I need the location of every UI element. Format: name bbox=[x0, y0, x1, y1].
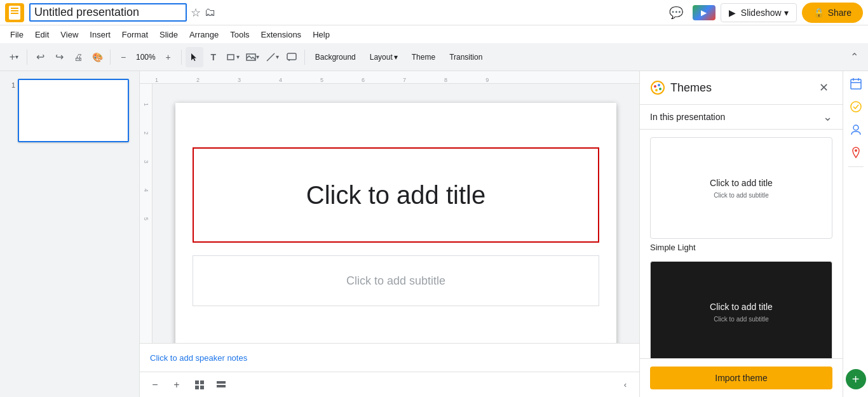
view-list-button[interactable] bbox=[211, 376, 231, 394]
menu-help[interactable]: Help bbox=[308, 29, 335, 41]
title-placeholder-text: Click to add title bbox=[306, 181, 485, 210]
themes-filter[interactable]: In this presentation ⌄ bbox=[640, 105, 843, 130]
sidebar-contacts-button[interactable] bbox=[846, 119, 866, 140]
layout-label: Layout bbox=[370, 53, 393, 62]
themes-filter-text: In this presentation bbox=[650, 112, 725, 122]
cursor-icon bbox=[189, 52, 200, 62]
meet-button[interactable]: ▶ bbox=[693, 5, 715, 20]
calendar-icon bbox=[850, 77, 862, 90]
view-grid-button[interactable] bbox=[189, 376, 210, 394]
redo-button[interactable]: ↪ bbox=[50, 47, 68, 67]
svg-rect-8 bbox=[217, 381, 226, 384]
image-icon bbox=[246, 52, 256, 62]
slide-canvas[interactable]: Click to add title Click to add subtitle bbox=[175, 103, 616, 343]
right-sidebar: + bbox=[843, 71, 868, 397]
comment-button[interactable]: 💬 bbox=[665, 1, 688, 24]
sidebar-tasks-button[interactable] bbox=[846, 97, 866, 117]
slide-number: 1 bbox=[5, 81, 15, 89]
notes-placeholder[interactable]: Click to add speaker notes bbox=[150, 353, 247, 363]
add-button[interactable]: + ▾ bbox=[5, 47, 23, 67]
menu-edit[interactable]: Edit bbox=[30, 29, 54, 41]
zoom-control: − + bbox=[145, 376, 187, 394]
sidebar-add-button[interactable]: + bbox=[846, 369, 866, 389]
svg-point-12 bbox=[658, 84, 660, 86]
layout-button[interactable]: Layout ▾ bbox=[363, 50, 404, 64]
title-area: ☆ 🗂 bbox=[29, 3, 342, 22]
menu-view[interactable]: View bbox=[55, 29, 83, 41]
shape-icon bbox=[226, 52, 236, 62]
svg-point-14 bbox=[655, 89, 658, 91]
zoom-plus-btn[interactable]: + bbox=[166, 376, 187, 394]
sidebar-calendar-button[interactable] bbox=[846, 74, 866, 94]
contacts-icon bbox=[850, 123, 862, 136]
comment-tool[interactable] bbox=[283, 47, 301, 67]
svg-rect-6 bbox=[195, 386, 199, 389]
themes-title-text: Themes bbox=[670, 81, 712, 95]
themes-header: Themes ✕ bbox=[640, 71, 843, 105]
slide-thumbnail[interactable] bbox=[18, 79, 129, 142]
top-bar: ☆ 🗂 💬 ▶ ▶ Slideshow ▾ 🔒 Share bbox=[0, 0, 868, 25]
themes-close-button[interactable]: ✕ bbox=[815, 79, 832, 97]
theme-name-simple-light: Simple Light bbox=[650, 241, 832, 253]
theme-item-simple-dark[interactable]: Click to add title Click to add subtitle… bbox=[650, 261, 832, 358]
toolbar-collapse-button[interactable]: ⌃ bbox=[845, 48, 863, 66]
themes-panel: Themes ✕ In this presentation ⌄ Click to… bbox=[639, 71, 843, 397]
slideshow-button[interactable]: ▶ Slideshow ▾ bbox=[721, 3, 797, 22]
menu-extensions[interactable]: Extensions bbox=[256, 29, 307, 41]
zoom-out-button[interactable]: − bbox=[114, 47, 132, 67]
menu-insert[interactable]: Insert bbox=[85, 29, 116, 41]
import-theme-button[interactable]: Import theme bbox=[650, 367, 832, 389]
theme-item-simple-light[interactable]: Click to add title Click to add subtitle… bbox=[650, 137, 832, 253]
shape-tool[interactable]: ▾ bbox=[224, 47, 242, 67]
tasks-icon bbox=[850, 100, 862, 113]
print-button[interactable]: 🖨 bbox=[69, 47, 87, 67]
line-tool[interactable]: ▾ bbox=[263, 47, 281, 67]
svg-point-10 bbox=[651, 81, 664, 94]
svg-point-19 bbox=[851, 102, 861, 112]
title-placeholder-box[interactable]: Click to add title bbox=[193, 147, 599, 243]
select-tool[interactable] bbox=[186, 47, 203, 67]
collapse-panel-button[interactable]: ‹ bbox=[616, 376, 634, 394]
star-icon[interactable]: ☆ bbox=[191, 6, 201, 20]
share-button[interactable]: 🔒 Share bbox=[802, 3, 863, 23]
menu-format[interactable]: Format bbox=[117, 29, 153, 41]
menu-slide[interactable]: Slide bbox=[154, 29, 183, 41]
sidebar-maps-button[interactable] bbox=[846, 142, 866, 163]
app-logo bbox=[5, 3, 24, 22]
textbox-tool[interactable]: T bbox=[205, 47, 222, 67]
slide-thumbnail-1[interactable]: 1 bbox=[3, 76, 137, 145]
menu-file[interactable]: File bbox=[5, 29, 29, 41]
view-buttons bbox=[189, 376, 231, 394]
zoom-minus-btn[interactable]: − bbox=[145, 376, 165, 394]
notes-area[interactable]: Click to add speaker notes bbox=[140, 343, 639, 372]
transition-button[interactable]: Transition bbox=[443, 50, 489, 64]
zoom-in-button[interactable]: + bbox=[159, 47, 177, 67]
svg-rect-5 bbox=[200, 380, 204, 384]
drive-icon[interactable]: 🗂 bbox=[205, 6, 216, 19]
paint-button[interactable]: 🎨 bbox=[88, 47, 106, 67]
meet-icon: ▶ bbox=[693, 5, 715, 20]
document-title[interactable] bbox=[29, 3, 187, 22]
list-icon bbox=[216, 380, 226, 390]
subtitle-placeholder-box[interactable]: Click to add subtitle bbox=[193, 255, 599, 306]
background-button[interactable]: Background bbox=[309, 50, 362, 64]
undo-button[interactable]: ↩ bbox=[31, 47, 49, 67]
slide-panel: 1 bbox=[0, 71, 140, 397]
menu-bar: File Edit View Insert Format Slide Arran… bbox=[0, 25, 868, 43]
themes-title: Themes bbox=[650, 80, 712, 95]
menu-arrange[interactable]: Arrange bbox=[184, 29, 224, 41]
svg-rect-7 bbox=[200, 386, 204, 389]
svg-point-11 bbox=[654, 85, 656, 88]
toolbar-separator-1 bbox=[27, 50, 27, 65]
add-icon: + bbox=[10, 51, 15, 63]
theme-preview-dark-subtitle: Click to add subtitle bbox=[714, 316, 769, 323]
svg-line-2 bbox=[267, 53, 275, 61]
comment-icon bbox=[287, 52, 297, 62]
slideshow-dropdown-icon: ▾ bbox=[784, 8, 789, 18]
svg-rect-3 bbox=[287, 53, 296, 60]
image-tool[interactable]: ▾ bbox=[243, 47, 262, 67]
editor-area: 1 2 3 4 5 6 7 8 9 1 2 3 4 5 bbox=[140, 71, 639, 397]
top-right-controls: 💬 ▶ ▶ Slideshow ▾ 🔒 Share bbox=[665, 1, 863, 24]
menu-tools[interactable]: Tools bbox=[225, 29, 254, 41]
theme-button[interactable]: Theme bbox=[405, 50, 442, 64]
